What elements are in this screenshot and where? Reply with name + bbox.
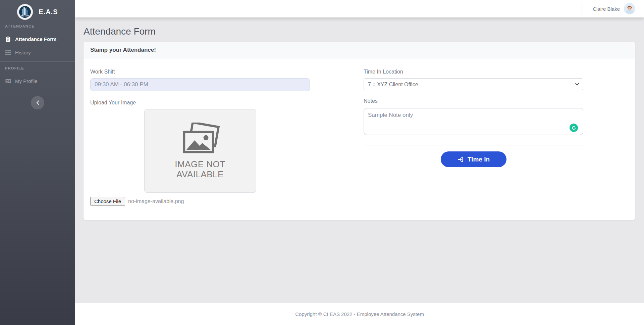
right-column: Time In Location 7 = XYZ Client Office N…: [364, 68, 583, 206]
sidebar-item-label: History: [15, 50, 31, 55]
company-logo-icon: ABC CORP.: [17, 4, 33, 20]
time-in-button[interactable]: Time In: [441, 151, 506, 167]
svg-text:ABC CORP.: ABC CORP.: [21, 15, 29, 17]
sidebar-item-attendance-form[interactable]: Attendance Form: [0, 32, 75, 46]
grammarly-icon[interactable]: G: [570, 124, 578, 132]
app-title: E.A.S: [39, 8, 58, 16]
sidebar-item-history[interactable]: History: [0, 46, 75, 59]
sidebar-item-label: My Profile: [15, 78, 38, 84]
left-column: Work Shift Upload Your Image IMAGE NOT A…: [90, 68, 310, 206]
location-select-wrap: 7 = XYZ Client Office: [364, 78, 583, 90]
page-title: Attendance Form: [84, 26, 644, 37]
list-icon: [5, 49, 11, 55]
attendance-card: Stamp your Attendance! Work Shift Upload…: [84, 42, 635, 220]
image-not-available-text: IMAGE NOT AVAILABLE: [160, 159, 240, 179]
time-in-location-label: Time In Location: [364, 68, 583, 75]
image-not-available-icon: [180, 123, 220, 156]
notes-textarea[interactable]: Sample Note only: [364, 108, 583, 135]
copyright-text: Copyright © CI EAS 2022 - Employee Atten…: [295, 311, 424, 317]
clipboard-icon: [5, 36, 11, 42]
user-name[interactable]: Claire Blake: [593, 6, 620, 12]
user-avatar[interactable]: [624, 3, 635, 14]
sidebar-item-my-profile[interactable]: My Profile: [0, 74, 75, 88]
brand: ABC CORP. E.A.S: [0, 0, 75, 21]
sidebar-divider: [0, 61, 75, 62]
upload-image-label: Upload Your Image: [90, 99, 310, 106]
card-body: Work Shift Upload Your Image IMAGE NOT A…: [84, 58, 635, 220]
divider-below-button: [364, 173, 583, 173]
file-input-row: Choose File no-image-available.png: [90, 197, 310, 206]
divider-above-button: [364, 145, 583, 145]
notes-wrap: Sample Note only G: [364, 108, 583, 136]
work-shift-input[interactable]: [90, 78, 310, 91]
sidebar-section-attendance: ATTENDANCE: [5, 24, 75, 28]
id-card-icon: [5, 78, 11, 84]
topbar: Claire Blake: [75, 0, 644, 17]
notes-label: Notes: [364, 98, 583, 104]
work-shift-label: Work Shift: [90, 68, 310, 75]
main-area: Attendance Form Stamp your Attendance! W…: [75, 17, 644, 325]
content-area: Attendance Form Stamp your Attendance! W…: [75, 17, 644, 303]
sign-in-icon: [457, 156, 464, 163]
image-preview: IMAGE NOT AVAILABLE: [144, 109, 256, 193]
sidebar: ABC CORP. E.A.S ATTENDANCE Attendance Fo…: [0, 0, 75, 325]
time-in-button-label: Time In: [468, 156, 490, 163]
sidebar-item-label: Attendance Form: [15, 36, 56, 42]
topbar-divider: [582, 3, 582, 15]
time-in-location-select[interactable]: 7 = XYZ Client Office: [364, 78, 583, 90]
footer: Copyright © CI EAS 2022 - Employee Atten…: [75, 303, 644, 325]
choose-file-button[interactable]: Choose File: [90, 197, 125, 206]
sidebar-section-profile: PROFILE: [5, 66, 75, 70]
chevron-left-icon: [36, 100, 39, 105]
selected-file-name: no-image-available.png: [128, 198, 184, 204]
sidebar-collapse-button[interactable]: [31, 96, 44, 109]
card-header: Stamp your Attendance!: [84, 42, 635, 58]
